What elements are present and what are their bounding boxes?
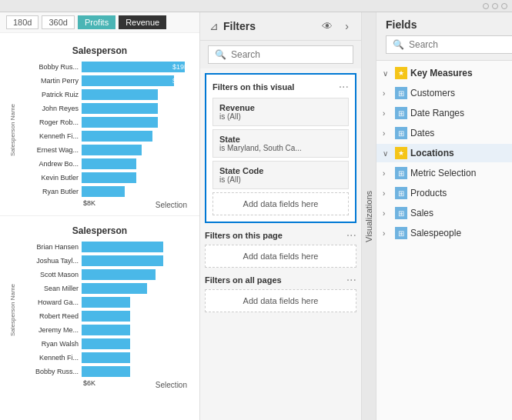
field-group-products[interactable]: › ⊞ Products [376,184,512,202]
time-controls: 180d 360d Profits Revenue [0,12,199,33]
bar-row: Joshua Tayl... $10K [34,255,190,267]
field-group-name-key-measures: Key Measures [410,68,512,78]
bar-row: Scott Mason $9K [34,268,190,281]
bar-row: Robert Reed $6K [34,310,190,322]
y-axis-label-2: Salesperson Name [9,241,18,379]
field-icon-dates: ⊞ [395,127,407,139]
header-actions: 👁 › [319,18,352,34]
add-fields-allpages-button[interactable]: Add data fields here [205,289,356,312]
filters-body: Filters on this visual ··· Revenue is (A… [200,68,361,420]
360d-button[interactable]: 360d [42,15,74,29]
chart1: Salesperson Salesperson Name Bobby Rus..… [0,39,199,212]
filter-item-revenue[interactable]: Revenue is (All) [212,98,349,126]
field-group-customers[interactable]: › ⊞ Customers [376,84,512,102]
bar-row: Roger Rob... $14K [34,116,190,128]
field-group-name-locations: Locations [410,148,512,158]
filter-visual-title: Filters on this visual [212,82,294,92]
180d-button[interactable]: 180d [6,15,38,29]
filters-search-box: 🔍 [200,41,361,68]
eye-button[interactable]: 👁 [319,18,336,34]
filter-page-more-icon[interactable]: ··· [346,229,356,242]
chart2-title: Salesperson [9,225,190,236]
field-icon-sales: ⊞ [395,207,407,219]
filter-page-title: Filters on this page [205,231,283,240]
field-group-name-dates: Dates [410,128,512,138]
fields-search-wrapper: 🔍 [386,35,512,54]
field-icon-salespeople: ⊞ [395,227,407,239]
fields-body: ∨ ★ Key Measures › ⊞ Customers › ⊞ Date … [376,61,512,420]
field-group-key-measures[interactable]: ∨ ★ Key Measures [376,64,512,82]
profits-button[interactable]: Profits [78,15,115,29]
chevron-right-icon: › [383,89,392,98]
chart1-bars: Bobby Rus... $19K Martin Perry $17K [34,61,190,199]
left-panel: 180d 360d Profits Revenue Salesperson Sa… [0,12,200,420]
chevron-right-icon-4: › [383,169,392,178]
minimize-icon[interactable] [483,3,489,9]
filter-item-statecode-label: State Code [219,166,342,175]
field-group-name-customers: Customers [410,88,512,98]
field-icon-key-measures: ★ [395,67,407,79]
field-icon-products: ⊞ [395,187,407,199]
filter-item-revenue-label: Revenue [219,103,342,112]
chevron-right-button[interactable]: › [342,18,352,34]
filters-panel: ⊿ Filters 👁 › 🔍 Filters on this visual ·… [200,12,362,420]
fields-search-icon: 🔍 [393,39,404,50]
field-group-name-metric-selection: Metric Selection [410,168,512,178]
bar-row: Martin Perry $17K [34,75,190,87]
filters-title: Filters [223,20,319,32]
chevron-right-icon-7: › [383,229,392,238]
field-group-sales[interactable]: › ⊞ Sales [376,204,512,222]
field-group-date-ranges[interactable]: › ⊞ Date Ranges [376,104,512,122]
filter-visual-more-icon[interactable]: ··· [339,81,349,93]
bar-row: Kenneth Fi... $13K [34,130,190,142]
filters-search-input[interactable] [231,49,346,60]
bar-row: Ryan Walsh $6K [34,338,190,350]
filter-funnel-icon: ⊿ [209,20,219,32]
chevron-down-icon-locations: ∨ [383,149,392,158]
bar-row: Ryan Butler $8K [34,185,190,198]
chart2-bars: Brian Hansen $10K Joshua Tayl... $10K [34,241,190,379]
field-group-locations[interactable]: ∨ ★ Locations [376,144,512,162]
bar-row: Kevin Butler $10K [34,172,190,184]
chart1-title: Salesperson [9,45,190,56]
bar-row: John Reyes $14K [34,102,190,115]
chevron-right-icon-5: › [383,189,392,198]
close-icon[interactable] [501,3,507,9]
chevron-down-icon: ∨ [383,69,392,78]
field-icon-customers: ⊞ [395,87,407,99]
filter-item-statecode[interactable]: State Code is (All) [212,161,349,189]
bar-row: Brian Hansen $10K [34,241,190,253]
fields-search-input[interactable] [409,39,512,50]
field-group-name-date-ranges: Date Ranges [410,108,512,118]
bar-row: Ernest Wag... $11K [34,144,190,156]
filter-item-state[interactable]: State is Maryland, South Ca... [212,129,349,158]
field-group-name-salespeople: Salespeople [410,228,512,238]
revenue-button[interactable]: Revenue [119,15,166,29]
filter-allpages-more-icon[interactable]: ··· [346,274,356,286]
bar-row: Bobby Russ... $6K [34,365,190,378]
add-fields-visual-button[interactable]: Add data fields here [212,192,349,215]
filter-allpages-title: Filters on all pages [205,275,282,285]
filter-visual-section: Filters on this visual ··· Revenue is (A… [205,73,356,223]
field-icon-date-ranges: ⊞ [395,107,407,119]
bar-row: Kenneth Fi... $6K [34,352,190,364]
field-group-name-sales: Sales [410,208,512,218]
filter-item-state-value: is Maryland, South Ca... [219,144,342,152]
fields-title: Fields [386,18,512,31]
filter-item-statecode-value: is (All) [219,175,342,184]
top-bar [0,0,512,12]
field-group-salespeople[interactable]: › ⊞ Salespeople [376,224,512,242]
filter-item-state-label: State [219,135,342,144]
chevron-right-icon-6: › [383,209,392,218]
add-fields-page-button[interactable]: Add data fields here [205,245,356,268]
chart2: Salesperson Salesperson Name Brian Hanse… [0,219,199,395]
field-icon-locations: ★ [395,147,407,159]
field-group-metric-selection[interactable]: › ⊞ Metric Selection [376,164,512,182]
maximize-icon[interactable] [492,3,498,9]
field-group-dates[interactable]: › ⊞ Dates [376,124,512,142]
filter-page-header: Filters on this page ··· [205,229,356,242]
filters-header: ⊿ Filters 👁 › [200,12,361,41]
filter-item-revenue-value: is (All) [219,112,342,121]
bar-row: Jeremy Me... $6K [34,324,190,336]
filter-page-section: Filters on this page ··· Add data fields… [205,229,356,268]
